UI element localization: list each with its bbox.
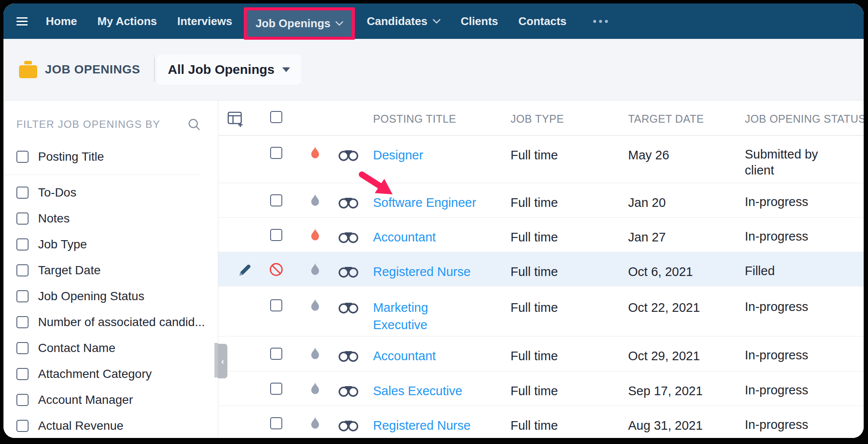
column-header-job-opening-status[interactable]: JOB OPENING STATUS <box>745 113 864 125</box>
posting-title-link[interactable]: Designer <box>373 146 481 164</box>
column-header-target-date[interactable]: TARGET DATE <box>628 113 704 125</box>
binoculars-icon[interactable] <box>338 350 358 362</box>
checkbox[interactable] <box>16 316 29 328</box>
checkbox[interactable] <box>16 212 29 225</box>
divider <box>3 174 201 175</box>
binoculars-icon[interactable] <box>338 149 358 161</box>
row-checkbox[interactable] <box>270 348 282 360</box>
nav-item-label: Job Openings <box>255 17 330 30</box>
table-row[interactable]: Registered Nurse Full time Aug 31, 2021 … <box>218 406 864 438</box>
sidebar-scrollbar[interactable] <box>214 343 218 377</box>
filter-item-to-dos[interactable]: To-Dos <box>3 180 218 206</box>
filter-list: Posting Title To-Dos Notes Job Type <box>3 144 218 438</box>
flame-icon <box>310 416 320 429</box>
flame-icon <box>310 381 320 395</box>
filter-item-job-opening-status[interactable]: Job Opening Status <box>3 283 218 309</box>
filter-item-account-manager[interactable]: Account Manager <box>3 387 218 413</box>
caret-down-icon <box>282 67 290 72</box>
briefcase-icon <box>19 61 37 78</box>
nav-item-contacts[interactable]: Contacts <box>518 15 566 28</box>
search-icon[interactable] <box>188 118 201 131</box>
binoculars-icon[interactable] <box>338 419 358 431</box>
no-entry-icon <box>269 263 283 276</box>
binoculars-icon[interactable] <box>338 197 358 209</box>
nav-item-job-openings[interactable]: Job Openings <box>244 7 355 40</box>
edit-pencil-icon[interactable] <box>237 263 252 278</box>
table-row[interactable]: Accountant Full time Oct 29, 2021 In-pro… <box>218 336 864 371</box>
target-date-cell: Jan 27 <box>628 228 666 246</box>
filter-item-number-of-associated-candidates[interactable]: Number of associated candid... <box>3 309 218 335</box>
row-checkbox[interactable] <box>270 299 282 311</box>
checkbox[interactable] <box>16 420 29 432</box>
target-date-cell: Oct 29, 2021 <box>628 347 700 365</box>
view-selector-label: All Job Openings <box>168 62 274 77</box>
job-type-cell: Full time <box>511 228 558 246</box>
filter-item-posting-title[interactable]: Posting Title <box>3 144 218 170</box>
flame-icon <box>310 298 320 311</box>
add-column-icon[interactable] <box>227 110 244 127</box>
nav-item-interviews[interactable]: Interviews <box>177 15 232 28</box>
table-row[interactable]: Software Engineer Full time Jan 20 In-pr… <box>218 183 864 217</box>
posting-title-link[interactable]: Registered Nurse <box>373 263 481 280</box>
filter-item-target-date[interactable]: Target Date <box>3 257 218 283</box>
row-checkbox[interactable] <box>270 229 282 241</box>
app-window: Home My Actions Interviews Job Openings … <box>3 3 864 438</box>
table-row[interactable]: Designer Full time May 26 Submitted by c… <box>218 136 864 183</box>
sidebar-collapse-handle[interactable]: ‹ <box>218 344 227 378</box>
checkbox[interactable] <box>16 368 29 380</box>
chevron-down-icon <box>335 21 343 26</box>
row-checkbox[interactable] <box>270 194 282 206</box>
table-row[interactable]: Sales Executive Full time Sep 17, 2021 I… <box>218 371 864 406</box>
checkbox[interactable] <box>16 238 29 251</box>
more-menu-icon[interactable]: ••• <box>593 15 610 27</box>
row-checkbox[interactable] <box>270 383 282 395</box>
hamburger-menu-icon[interactable] <box>16 15 28 28</box>
checkbox[interactable] <box>16 151 29 163</box>
filter-item-actual-revenue[interactable]: Actual Revenue <box>3 413 218 438</box>
view-selector-dropdown[interactable]: All Job Openings <box>156 54 301 85</box>
binoculars-icon[interactable] <box>338 231 358 243</box>
nav-item-candidates[interactable]: Candidates <box>367 15 440 28</box>
status-cell: In-progress <box>745 194 838 210</box>
binoculars-icon[interactable] <box>338 266 358 278</box>
target-date-cell: Sep 17, 2021 <box>628 382 703 400</box>
posting-title-link[interactable]: Marketing Executive <box>373 299 481 333</box>
posting-title-link[interactable]: Accountant <box>373 228 481 246</box>
job-type-cell: Full time <box>511 194 558 211</box>
job-type-cell: Full time <box>511 299 558 316</box>
job-type-cell: Full time <box>511 382 558 400</box>
checkbox[interactable] <box>16 290 29 302</box>
checkbox[interactable] <box>16 187 29 199</box>
checkbox[interactable] <box>16 394 29 406</box>
table-row[interactable]: Marketing Executive Full time Oct 22, 20… <box>218 286 864 336</box>
posting-title-link[interactable]: Software Engineer <box>373 194 481 211</box>
nav-item-clients[interactable]: Clients <box>461 15 498 28</box>
target-date-cell: Oct 22, 2021 <box>628 299 700 316</box>
nav-item-home[interactable]: Home <box>46 15 77 28</box>
filter-item-contact-name[interactable]: Contact Name <box>3 335 218 361</box>
table-row[interactable]: Accountant Full time Jan 27 In-progress <box>218 217 864 252</box>
table-row-selected[interactable]: Registered Nurse Full time Oct 6, 2021 F… <box>218 252 864 286</box>
binoculars-icon[interactable] <box>338 385 358 397</box>
binoculars-icon[interactable] <box>338 301 358 314</box>
column-header-posting-title[interactable]: POSTING TITLE <box>373 113 456 125</box>
content-area: FILTER JOB OPENINGS BY Posting Title To-… <box>3 100 864 438</box>
chevron-left-icon: ‹ <box>221 356 224 366</box>
filter-item-notes[interactable]: Notes <box>3 206 218 232</box>
filter-item-job-type[interactable]: Job Type <box>3 232 218 257</box>
status-cell: In-progress <box>745 382 838 398</box>
nav-item-my-actions[interactable]: My Actions <box>97 15 157 28</box>
flame-icon <box>310 262 320 276</box>
row-checkbox[interactable] <box>270 417 282 429</box>
job-type-cell: Full time <box>511 347 558 365</box>
hot-flame-icon <box>310 146 320 159</box>
posting-title-link[interactable]: Sales Executive <box>373 382 481 400</box>
row-checkbox[interactable] <box>270 147 282 159</box>
checkbox[interactable] <box>16 342 29 354</box>
column-header-job-type[interactable]: JOB TYPE <box>511 113 564 125</box>
posting-title-link[interactable]: Registered Nurse <box>373 417 481 434</box>
select-all-checkbox[interactable] <box>270 111 282 123</box>
checkbox[interactable] <box>16 264 29 276</box>
posting-title-link[interactable]: Accountant <box>373 347 481 365</box>
filter-item-attachment-category[interactable]: Attachment Category <box>3 361 218 387</box>
